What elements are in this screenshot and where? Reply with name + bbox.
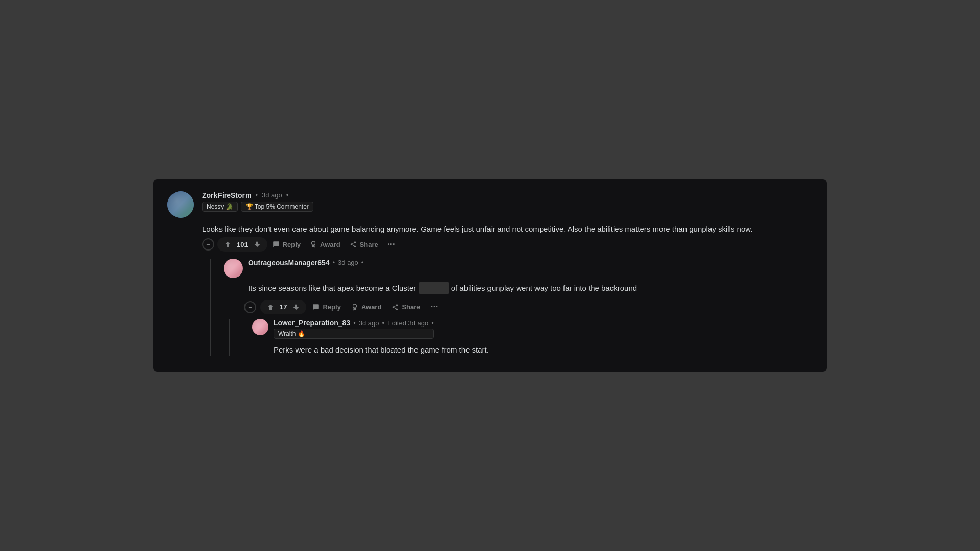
reply-icon [273,241,280,248]
reply1-header: OutrageousManager654 • 3d ago • [224,259,813,278]
top-comment-dot1: • [255,191,258,199]
comment-card: ZorkFireStorm • 3d ago • Nessy 🐊 🏆 Top 5… [153,179,827,372]
reply2-body: Perks were a bad decision that bloated t… [252,344,813,356]
top-comment-upvote-btn[interactable] [222,239,234,249]
reply1-collapse-btn[interactable]: − [244,301,256,313]
reply1-thread-line-col [202,259,218,356]
reply2-header: Lower_Preparation_83 • 3d ago • Edited 3… [252,319,813,339]
reply1-actions: − 17 Reply [224,299,813,315]
reply1-collapse-icon: − [248,303,252,311]
reply1-vote-count: 17 [278,303,289,311]
top-comment-username[interactable]: ZorkFireStorm [202,191,251,199]
reply1-share-btn[interactable]: Share [387,300,424,313]
svg-point-0 [312,242,315,245]
reply1-vote-group: 17 [260,300,306,314]
share-icon [350,241,357,248]
top-comment-body: Looks like they don't even care about ga… [202,223,813,235]
reply1-more-btn[interactable]: ··· [427,299,443,315]
top-comment-vote-count: 101 [235,241,250,248]
top-comment-share-btn[interactable]: Share [346,238,382,251]
reply2-avatar [252,319,268,335]
top-comment-actions: − 101 Reply Award Share [202,237,813,253]
reply1-thread: OutrageousManager654 • 3d ago • Its sinc… [202,259,813,356]
top-comment-dot2: • [286,191,289,199]
top-comment-avatar [167,191,194,218]
reply1-upvote-btn[interactable] [264,302,277,312]
badge-nessy: Nessy 🐊 [202,202,238,212]
top-comment-vote-group: 101 [217,237,267,252]
downvote-icon [253,240,261,248]
reply1-award-icon [351,304,358,311]
reply2-username[interactable]: Lower_Preparation_83 [274,319,350,327]
reply1-avatar [224,259,243,278]
top-comment-timestamp: 3d ago [262,191,282,199]
reply2-thread-line [229,319,230,356]
svg-point-1 [353,304,356,308]
reply2-flair-row: Wraith 🔥 [274,329,434,339]
reply1-meta-row: OutrageousManager654 • 3d ago • [248,259,363,267]
reply1-dot2: • [361,259,364,266]
reply2-timestamp: 3d ago [359,319,379,327]
reply1-reply-icon [312,304,320,311]
reply1-thread-line [210,259,211,356]
reply2-dot2: • [382,319,385,327]
badge-top-commenter: 🏆 Top 5% Commenter [241,202,313,212]
reply2-content: Lower_Preparation_83 • 3d ago • Edited 3… [245,319,813,356]
reply1-body: Its since seasons like that apex become … [224,282,813,294]
upvote-icon [224,240,232,248]
top-comment-collapse-btn[interactable]: − [202,238,214,251]
reply2-edited: Edited 3d ago [387,319,428,327]
top-comment-body-section: Looks like they don't even care about ga… [167,223,813,356]
top-comment-badges: Nessy 🐊 🏆 Top 5% Commenter [202,202,813,212]
top-comment-more-btn[interactable]: ··· [383,237,399,253]
top-comment-award-btn[interactable]: Award [306,238,345,251]
reply1-blurred [419,282,449,294]
reply2-flair-badge: Wraith 🔥 [274,329,434,339]
reply2-dot1: • [353,319,356,327]
top-comment-content: ZorkFireStorm • 3d ago • Nessy 🐊 🏆 Top 5… [202,191,813,212]
reply1-share-icon [391,304,399,311]
reply2-thread-line-col [229,319,245,356]
reply2-meta: Lower_Preparation_83 • 3d ago • Edited 3… [274,319,434,339]
top-comment-meta-row: ZorkFireStorm • 3d ago • [202,191,813,199]
top-comment-downvote-btn[interactable] [251,239,263,249]
award-icon [310,241,317,248]
reply1-downvote-icon [292,303,300,311]
reply1-content: OutrageousManager654 • 3d ago • Its sinc… [218,259,813,356]
reply1-downvote-btn[interactable] [290,302,302,312]
reply1-award-btn[interactable]: Award [347,300,386,313]
reply1-username[interactable]: OutrageousManager654 [248,259,330,267]
reply1-upvote-icon [266,303,275,311]
top-comment-header: ZorkFireStorm • 3d ago • Nessy 🐊 🏆 Top 5… [167,191,813,218]
reply1-timestamp: 3d ago [338,259,358,266]
collapse-icon: − [206,240,210,248]
reply2-dot3: • [431,319,434,327]
reply2-meta-row: Lower_Preparation_83 • 3d ago • Edited 3… [274,319,434,327]
reply1-dot: • [333,259,335,266]
reply1-reply-btn[interactable]: Reply [308,300,345,313]
top-comment-reply-btn[interactable]: Reply [268,238,305,251]
reply1-meta: OutrageousManager654 • 3d ago • [248,259,363,267]
reply2-section: Lower_Preparation_83 • 3d ago • Edited 3… [224,319,813,356]
